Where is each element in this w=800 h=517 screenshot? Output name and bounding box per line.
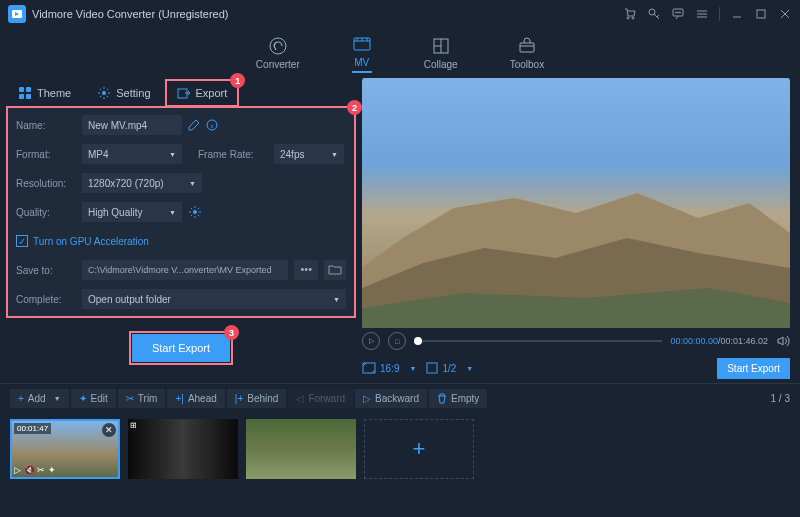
player-controls: ▷ □ 00:00:00.00/00:01:46.02 [362,328,790,354]
complete-label: Complete: [16,294,76,305]
svg-point-6 [676,12,677,13]
svg-point-3 [632,17,634,19]
name-label: Name: [16,120,76,131]
quality-select[interactable]: High Quality▼ [82,202,182,222]
svg-point-18 [102,91,106,95]
minimize-icon[interactable] [730,7,744,21]
timecode: 00:00:00.00/00:01:46.02 [670,336,768,346]
saveto-path: C:\Vidmore\Vidmore V...onverter\MV Expor… [82,260,288,280]
scale-select[interactable]: 1/2▼ [426,362,473,374]
behind-button[interactable]: |+Behind [227,389,287,408]
browse-button[interactable]: ••• [294,260,318,280]
svg-rect-13 [520,43,534,52]
volume-icon[interactable] [776,334,790,348]
tab-theme[interactable]: Theme [8,81,81,105]
menu-icon[interactable] [695,7,709,21]
thumbnail-2[interactable]: ⊞ [128,419,238,479]
name-input[interactable] [82,115,182,135]
resolution-select[interactable]: 1280x720 (720p)▼ [82,173,202,193]
export-form: Name: Format: MP4▼ Frame Rate: 24fps▼ Re… [8,108,354,316]
add-thumbnail-button[interactable]: + [364,419,474,479]
right-panel: ▷ □ 00:00:00.00/00:01:46.02 16:9▼ 1/2▼ S… [362,78,800,383]
svg-rect-14 [19,87,24,92]
feedback-icon[interactable] [671,7,685,21]
saveto-label: Save to: [16,265,76,276]
empty-button[interactable]: Empty [429,389,487,408]
key-icon[interactable] [647,7,661,21]
framerate-label: Frame Rate: [198,149,268,160]
nav-converter[interactable]: Converter [256,36,300,70]
close-icon[interactable] [778,7,792,21]
svg-rect-15 [26,87,31,92]
thumbnail-1-close[interactable]: ✕ [102,423,116,437]
svg-point-8 [680,12,681,13]
forward-button[interactable]: ◁Forward [288,389,353,408]
play-button[interactable]: ▷ [362,332,380,350]
clip-counter: 1 / 3 [771,393,790,404]
framerate-select[interactable]: 24fps▼ [274,144,344,164]
trim-button[interactable]: ✂Trim [118,389,166,408]
svg-rect-9 [757,10,765,18]
tab-setting[interactable]: Setting [87,81,160,105]
svg-rect-16 [19,94,24,99]
format-select[interactable]: MP4▼ [82,144,182,164]
svg-point-7 [678,12,679,13]
nav-toolbox[interactable]: Toolbox [510,36,544,70]
thumbnail-3[interactable] [246,419,356,479]
app-title: Vidmore Video Converter (Unregistered) [32,8,228,20]
nav-mv[interactable]: MV [352,34,372,73]
add-button[interactable]: +Add▼ [10,389,69,408]
svg-point-21 [193,210,197,214]
thumbnail-strip: 00:01:47 ✕ ▷ 🔇 ✂ ✦ ⊞ + [0,413,800,485]
format-label: Format: [16,149,76,160]
backward-button[interactable]: ▷Backward [355,389,427,408]
svg-point-2 [627,17,629,19]
svg-rect-17 [26,94,31,99]
badge-1: 1 [230,73,245,88]
start-export-right-button[interactable]: Start Export [717,358,790,379]
resolution-label: Resolution: [16,178,76,189]
stop-button[interactable]: □ [388,332,406,350]
edit-name-icon[interactable] [188,119,200,131]
tab-export[interactable]: Export 1 [167,81,238,105]
titlebar: Vidmore Video Converter (Unregistered) [0,0,800,28]
nav-collage[interactable]: Collage [424,36,458,70]
aspect-ratio-select[interactable]: 16:9▼ [362,362,416,374]
quality-label: Quality: [16,207,76,218]
cart-icon[interactable] [623,7,637,21]
info-icon[interactable] [206,119,218,131]
badge-2: 2 [347,100,362,115]
svg-rect-26 [427,363,437,373]
thumbnail-1[interactable]: 00:01:47 ✕ ▷ 🔇 ✂ ✦ [10,419,120,479]
maximize-icon[interactable] [754,7,768,21]
video-preview[interactable] [362,78,790,328]
edit-button[interactable]: ✦Edit [71,389,116,408]
timeline-slider[interactable] [414,340,662,342]
clip-toolbar: +Add▼ ✦Edit ✂Trim +|Ahead |+Behind ◁Forw… [0,383,800,413]
thumbnail-1-tools: ▷ 🔇 ✂ ✦ [14,465,56,475]
quality-settings-icon[interactable] [188,205,202,219]
ahead-button[interactable]: +|Ahead [167,389,224,408]
left-panel: Theme Setting Export 1 2 Name: [0,78,362,383]
main-nav: Converter MV Collage Toolbox [0,28,800,78]
app-logo [8,5,26,23]
svg-point-10 [270,38,286,54]
complete-select[interactable]: Open output folder▼ [82,289,346,309]
gpu-checkbox[interactable]: ✓ Turn on GPU Acceleration [16,235,149,247]
open-folder-icon[interactable] [324,260,346,280]
badge-3: 3 [224,325,239,340]
